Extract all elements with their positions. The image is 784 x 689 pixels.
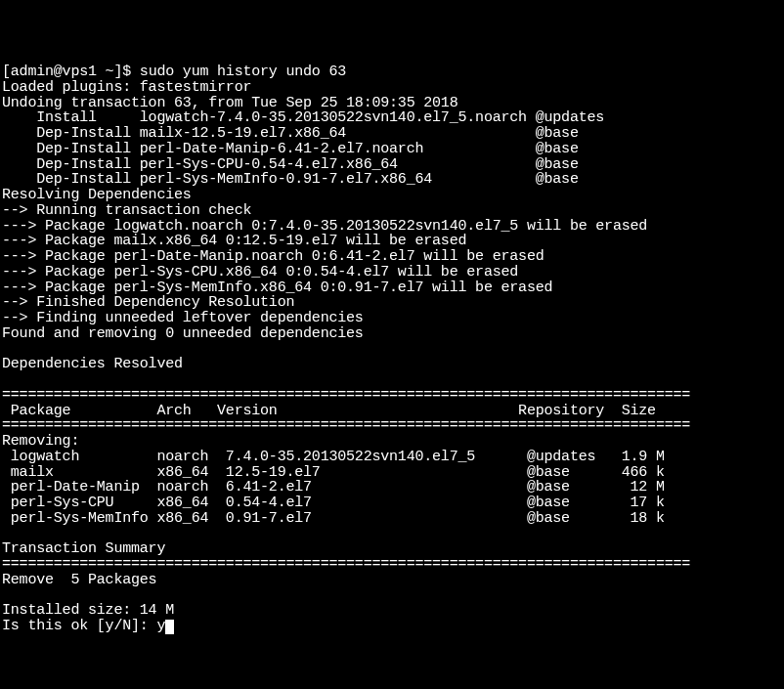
output-line: --> Finished Dependency Resolution (2, 294, 294, 311)
table-row: perl-Sys-CPU x86_64 0.54-4.el7 @base 17 … (2, 495, 665, 511)
output-line: Undoing transaction 63, from Tue Sep 25 … (2, 95, 457, 111)
output-line: Loaded plugins: fastestmirror (2, 79, 251, 96)
output-line: --> Running transaction check (2, 202, 251, 219)
output-line: ---> Package perl-Sys-CPU.x86_64 0:0.54-… (2, 264, 518, 280)
table-row: perl-Sys-MemInfo x86_64 0.91-7.el7 @base… (2, 510, 665, 527)
output-line: Installed size: 14 M (2, 602, 174, 619)
cursor-icon (165, 620, 174, 634)
divider: ========================================… (2, 417, 690, 434)
output-line: Dep-Install mailx-12.5-19.el7.x86_64 @ba… (2, 125, 579, 142)
output-line: Dep-Install perl-Sys-MemInfo-0.91-7.el7.… (2, 171, 579, 188)
output-line: Resolving Dependencies (2, 187, 192, 203)
output-line: Found and removing 0 unneeded dependenci… (2, 325, 364, 342)
terminal[interactable]: [admin@vps1 ~]$ sudo yum history undo 63… (2, 65, 782, 634)
divider: ========================================… (2, 387, 690, 404)
section-label: Transaction Summary (2, 540, 165, 557)
section-label: Removing: (2, 433, 79, 450)
table-row: mailx x86_64 12.5-19.el7 @base 466 k (2, 464, 665, 481)
divider: ========================================… (2, 556, 690, 573)
table-row: logwatch noarch 7.4.0-35.20130522svn140.… (2, 449, 665, 465)
output-line: Dep-Install perl-Sys-CPU-0.54-4.el7.x86_… (2, 156, 579, 173)
confirm-prompt[interactable]: Is this ok [y/N]: y (2, 618, 165, 634)
output-line: --> Finding unneeded leftover dependenci… (2, 310, 364, 326)
output-line: ---> Package perl-Sys-MemInfo.x86_64 0:0… (2, 280, 552, 296)
output-line: Dep-Install perl-Date-Manip-6.41-2.el7.n… (2, 141, 579, 157)
output-line: Dependencies Resolved (2, 356, 183, 372)
output-line: ---> Package perl-Date-Manip.noarch 0:6.… (2, 248, 544, 265)
command-input: sudo yum history undo 63 (140, 64, 346, 80)
output-line: Install logwatch-7.4.0-35.20130522svn140… (2, 109, 604, 126)
prompt: [admin@vps1 ~]$ (2, 64, 140, 80)
output-line: Remove 5 Packages (2, 572, 156, 588)
output-line: ---> Package logwatch.noarch 0:7.4.0-35.… (2, 218, 647, 235)
output-line: ---> Package mailx.x86_64 0:12.5-19.el7 … (2, 233, 466, 249)
table-header: Package Arch Version Repository Size (2, 403, 656, 419)
table-row: perl-Date-Manip noarch 6.41-2.el7 @base … (2, 479, 665, 495)
